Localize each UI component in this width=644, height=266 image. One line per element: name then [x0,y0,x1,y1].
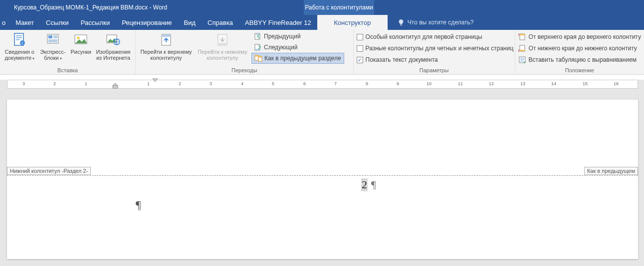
checkbox-checked-icon [357,57,363,63]
group-insert-label: Вставка [3,67,132,74]
previous-section-button[interactable]: Предыдущий [251,31,344,42]
svg-rect-25 [258,56,262,58]
svg-rect-7 [48,35,52,38]
tab-design[interactable]: Конструктор [317,15,388,30]
tab-abbyy[interactable]: ABBYY FineReader 12 [239,15,317,30]
svg-rect-3 [16,39,20,40]
footer-position-icon [518,44,526,52]
tab-view[interactable]: Вид [178,15,202,30]
group-options-label: Параметры [357,67,512,74]
svg-rect-9 [48,39,57,42]
next-section-button[interactable]: Следующий [251,42,344,53]
ribbon: i Сведения о документе Экспресс-блоки Ри… [0,30,644,75]
svg-rect-2 [16,37,22,38]
lightbulb-icon [398,19,405,26]
page-number[interactable]: 2 [361,178,368,191]
quick-parts-icon [45,32,61,48]
same-as-previous-tag: Как в предыдущем [584,167,638,175]
show-document-text-checkbox[interactable]: Показать текст документа [357,54,514,65]
checkbox-icon [357,34,363,40]
svg-rect-24 [255,55,258,57]
svg-rect-31 [113,86,118,88]
svg-rect-15 [162,34,171,37]
goto-footer-button: Перейти к нижнему колонтитулу [196,31,249,61]
page: Нижний колонтитул -Раздел 2- Как в преды… [7,100,638,259]
goto-header-button[interactable]: Перейти к верхнему колонтитулу [139,31,194,61]
online-pictures-icon [105,32,121,48]
footer-boundary-line [7,175,638,176]
svg-rect-17 [218,43,227,45]
checkbox-icon [357,45,363,52]
tab-references[interactable]: Ссылки [40,15,75,30]
tab-file[interactable]: о [0,15,9,30]
pilcrow-icon: ¶ [371,178,376,191]
online-pictures-button[interactable]: Изображения из Интернета [94,31,132,61]
svg-text:i: i [22,41,23,45]
svg-point-11 [77,37,80,39]
next-icon [254,43,262,51]
group-navigation-label: Переходы [139,67,350,74]
horizontal-ruler[interactable]: 3 2 1 1 2 3 4 5 6 7 8 9 10 11 12 13 14 1… [7,80,638,89]
tab-layout[interactable]: Макет [9,15,40,30]
svg-rect-8 [53,35,57,38]
insert-alignment-tab-button[interactable]: Вставить табуляцию с выравниванием [518,54,641,65]
first-line-indent-icon[interactable] [152,78,158,83]
contextual-tab-label: Работа с колонтитулами [304,0,374,15]
footer-from-bottom-row[interactable]: От нижнего края до нижнего колонтиту [518,43,641,54]
link-to-previous-button[interactable]: Как в предыдущем разделе [251,53,344,64]
document-workspace: 3 2 1 1 2 3 4 5 6 7 8 9 10 11 12 13 14 1… [0,80,644,266]
tab-mailings[interactable]: Рассылки [75,15,116,30]
pilcrow-icon: ¶ [136,198,141,212]
header-from-top-row[interactable]: От верхнего края до верхнего колонтиту [518,31,641,42]
tell-me-search[interactable]: Что вы хотите сделать? [398,15,474,30]
pictures-icon [73,32,89,48]
title-bar: Курсова_Образец МОМК-1_Редакция BBM.docx… [0,0,644,15]
doc-info-button[interactable]: i Сведения о документе [3,31,36,62]
different-odd-even-checkbox[interactable]: Разные колонтитулы для четных и нечетных… [357,43,514,54]
quick-parts-button[interactable]: Экспресс-блоки [38,31,68,62]
different-first-page-checkbox[interactable]: Особый колонтитул для первой страницы [357,31,514,42]
tab-help[interactable]: Справка [202,15,239,30]
indent-marker-icon[interactable] [112,79,118,90]
goto-header-icon [158,32,174,48]
svg-rect-1 [16,35,22,36]
tab-review[interactable]: Рецензирование [116,15,178,30]
pictures-button[interactable]: Рисунки [69,31,92,55]
document-title: Курсова_Образец МОМК-1_Редакция BBM.docx… [0,4,167,11]
ribbon-tabs: о Макет Ссылки Рассылки Рецензирование В… [0,15,644,30]
alignment-tab-icon [518,56,526,64]
link-previous-icon [254,54,262,62]
doc-info-icon: i [11,32,27,48]
tell-me-label: Что вы хотите сделать? [408,19,474,26]
svg-rect-27 [520,34,525,35]
goto-footer-icon [215,32,230,48]
footer-section-tag: Нижний колонтитул -Раздел 2- [7,167,91,175]
svg-rect-29 [520,50,525,51]
previous-icon [254,32,262,40]
group-position-label: Положение [518,67,641,74]
header-position-icon [518,33,526,41]
